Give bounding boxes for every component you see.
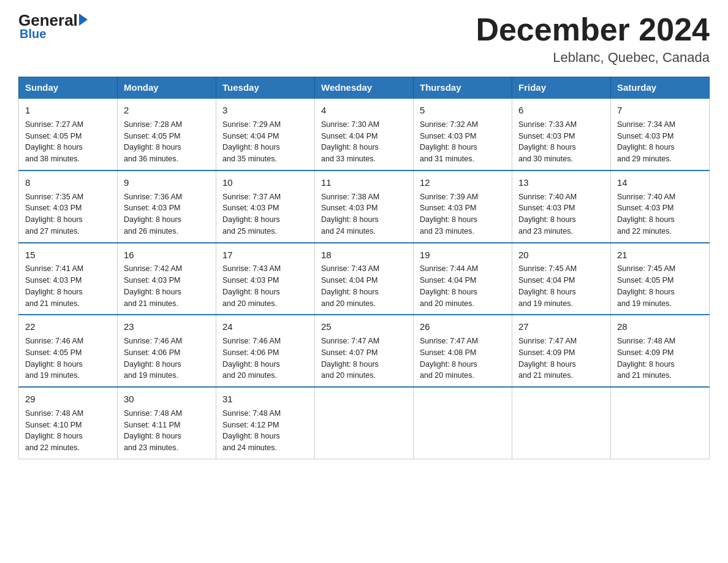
day-info: Sunrise: 7:47 AMSunset: 4:08 PMDaylight:…	[420, 335, 506, 381]
month-title: December 2024	[476, 12, 710, 47]
calendar-cell: 25Sunrise: 7:47 AMSunset: 4:07 PMDayligh…	[315, 315, 414, 387]
header-tuesday: Tuesday	[216, 77, 315, 99]
calendar-cell: 21Sunrise: 7:45 AMSunset: 4:05 PMDayligh…	[611, 243, 710, 315]
calendar-cell: 2Sunrise: 7:28 AMSunset: 4:05 PMDaylight…	[118, 98, 216, 170]
day-info: Sunrise: 7:45 AMSunset: 4:05 PMDaylight:…	[617, 263, 703, 309]
day-info: Sunrise: 7:48 AMSunset: 4:09 PMDaylight:…	[617, 335, 703, 381]
calendar-cell: 24Sunrise: 7:46 AMSunset: 4:06 PMDayligh…	[216, 315, 315, 387]
day-number: 9	[124, 176, 210, 190]
day-number: 2	[124, 104, 210, 117]
header-wednesday: Wednesday	[315, 77, 414, 99]
calendar-week-row: 29Sunrise: 7:48 AMSunset: 4:10 PMDayligh…	[19, 387, 710, 459]
day-number: 28	[617, 320, 703, 334]
calendar-cell	[414, 387, 512, 459]
day-number: 21	[617, 248, 703, 262]
day-number: 8	[25, 176, 111, 190]
logo-triangle-icon	[79, 13, 88, 26]
header-sunday: Sunday	[19, 77, 118, 99]
calendar-cell: 17Sunrise: 7:43 AMSunset: 4:03 PMDayligh…	[216, 243, 315, 315]
day-info: Sunrise: 7:38 AMSunset: 4:03 PMDaylight:…	[321, 191, 407, 237]
calendar-cell: 6Sunrise: 7:33 AMSunset: 4:03 PMDaylight…	[512, 98, 611, 170]
calendar-cell: 9Sunrise: 7:36 AMSunset: 4:03 PMDaylight…	[118, 170, 216, 243]
day-info: Sunrise: 7:43 AMSunset: 4:03 PMDaylight:…	[222, 263, 308, 309]
calendar-cell: 23Sunrise: 7:46 AMSunset: 4:06 PMDayligh…	[118, 315, 216, 387]
day-number: 24	[222, 320, 308, 334]
day-info: Sunrise: 7:44 AMSunset: 4:04 PMDaylight:…	[420, 263, 506, 309]
day-info: Sunrise: 7:39 AMSunset: 4:03 PMDaylight:…	[420, 191, 506, 237]
calendar-cell: 12Sunrise: 7:39 AMSunset: 4:03 PMDayligh…	[414, 170, 512, 243]
day-info: Sunrise: 7:30 AMSunset: 4:04 PMDaylight:…	[321, 119, 407, 165]
day-number: 16	[124, 248, 210, 262]
header-friday: Friday	[512, 77, 611, 99]
day-number: 25	[321, 320, 407, 334]
day-number: 3	[222, 104, 308, 117]
calendar-cell: 19Sunrise: 7:44 AMSunset: 4:04 PMDayligh…	[414, 243, 512, 315]
calendar-week-row: 15Sunrise: 7:41 AMSunset: 4:03 PMDayligh…	[19, 243, 710, 315]
calendar-cell: 3Sunrise: 7:29 AMSunset: 4:04 PMDaylight…	[216, 98, 315, 170]
day-info: Sunrise: 7:41 AMSunset: 4:03 PMDaylight:…	[25, 263, 111, 309]
day-number: 11	[321, 176, 407, 190]
logo-general: General	[18, 12, 78, 28]
calendar-cell: 10Sunrise: 7:37 AMSunset: 4:03 PMDayligh…	[216, 170, 315, 243]
day-info: Sunrise: 7:42 AMSunset: 4:03 PMDaylight:…	[124, 263, 210, 309]
calendar-cell: 1Sunrise: 7:27 AMSunset: 4:05 PMDaylight…	[19, 98, 118, 170]
header-monday: Monday	[118, 77, 216, 99]
day-number: 14	[617, 176, 703, 190]
day-info: Sunrise: 7:28 AMSunset: 4:05 PMDaylight:…	[124, 119, 210, 165]
calendar-cell	[512, 387, 611, 459]
day-number: 17	[222, 248, 308, 262]
calendar-cell: 5Sunrise: 7:32 AMSunset: 4:03 PMDaylight…	[414, 98, 512, 170]
calendar-cell: 7Sunrise: 7:34 AMSunset: 4:03 PMDaylight…	[611, 98, 710, 170]
day-info: Sunrise: 7:47 AMSunset: 4:07 PMDaylight:…	[321, 335, 407, 381]
day-info: Sunrise: 7:46 AMSunset: 4:05 PMDaylight:…	[25, 335, 111, 381]
day-number: 30	[124, 393, 210, 406]
day-number: 26	[420, 320, 506, 334]
calendar-cell: 18Sunrise: 7:43 AMSunset: 4:04 PMDayligh…	[315, 243, 414, 315]
day-number: 10	[222, 176, 308, 190]
day-number: 5	[420, 104, 506, 117]
day-info: Sunrise: 7:35 AMSunset: 4:03 PMDaylight:…	[25, 191, 111, 237]
day-info: Sunrise: 7:48 AMSunset: 4:12 PMDaylight:…	[222, 408, 308, 454]
day-info: Sunrise: 7:43 AMSunset: 4:04 PMDaylight:…	[321, 263, 407, 309]
calendar-cell: 13Sunrise: 7:40 AMSunset: 4:03 PMDayligh…	[512, 170, 611, 243]
day-info: Sunrise: 7:29 AMSunset: 4:04 PMDaylight:…	[222, 119, 308, 165]
calendar-cell	[611, 387, 710, 459]
day-number: 29	[25, 393, 111, 406]
day-number: 6	[518, 104, 604, 117]
day-number: 7	[617, 104, 703, 117]
day-info: Sunrise: 7:27 AMSunset: 4:05 PMDaylight:…	[25, 119, 111, 165]
day-info: Sunrise: 7:40 AMSunset: 4:03 PMDaylight:…	[518, 191, 604, 237]
day-number: 19	[420, 248, 506, 262]
calendar-cell: 4Sunrise: 7:30 AMSunset: 4:04 PMDaylight…	[315, 98, 414, 170]
calendar-header-row: SundayMondayTuesdayWednesdayThursdayFrid…	[19, 77, 710, 99]
day-info: Sunrise: 7:46 AMSunset: 4:06 PMDaylight:…	[124, 335, 210, 381]
page-header: General Blue December 2024 Leblanc, Queb…	[18, 12, 710, 66]
day-number: 15	[25, 248, 111, 262]
day-number: 27	[518, 320, 604, 334]
header-saturday: Saturday	[611, 77, 710, 99]
header-thursday: Thursday	[414, 77, 512, 99]
day-info: Sunrise: 7:36 AMSunset: 4:03 PMDaylight:…	[124, 191, 210, 237]
calendar-week-row: 22Sunrise: 7:46 AMSunset: 4:05 PMDayligh…	[19, 315, 710, 387]
day-number: 1	[25, 104, 111, 117]
logo: General Blue	[18, 12, 88, 41]
calendar-cell: 28Sunrise: 7:48 AMSunset: 4:09 PMDayligh…	[611, 315, 710, 387]
day-info: Sunrise: 7:48 AMSunset: 4:10 PMDaylight:…	[25, 408, 111, 454]
day-number: 22	[25, 320, 111, 334]
day-number: 13	[518, 176, 604, 190]
day-info: Sunrise: 7:32 AMSunset: 4:03 PMDaylight:…	[420, 119, 506, 165]
day-number: 4	[321, 104, 407, 117]
calendar-table: SundayMondayTuesdayWednesdayThursdayFrid…	[18, 77, 710, 459]
calendar-cell: 15Sunrise: 7:41 AMSunset: 4:03 PMDayligh…	[19, 243, 118, 315]
location-title: Leblanc, Quebec, Canada	[476, 50, 710, 66]
day-info: Sunrise: 7:37 AMSunset: 4:03 PMDaylight:…	[222, 191, 308, 237]
calendar-cell: 30Sunrise: 7:48 AMSunset: 4:11 PMDayligh…	[118, 387, 216, 459]
calendar-cell: 27Sunrise: 7:47 AMSunset: 4:09 PMDayligh…	[512, 315, 611, 387]
day-number: 12	[420, 176, 506, 190]
calendar-cell: 29Sunrise: 7:48 AMSunset: 4:10 PMDayligh…	[19, 387, 118, 459]
title-section: December 2024 Leblanc, Quebec, Canada	[476, 12, 710, 66]
day-info: Sunrise: 7:47 AMSunset: 4:09 PMDaylight:…	[518, 335, 604, 381]
calendar-cell: 31Sunrise: 7:48 AMSunset: 4:12 PMDayligh…	[216, 387, 315, 459]
day-number: 23	[124, 320, 210, 334]
calendar-cell: 14Sunrise: 7:40 AMSunset: 4:03 PMDayligh…	[611, 170, 710, 243]
